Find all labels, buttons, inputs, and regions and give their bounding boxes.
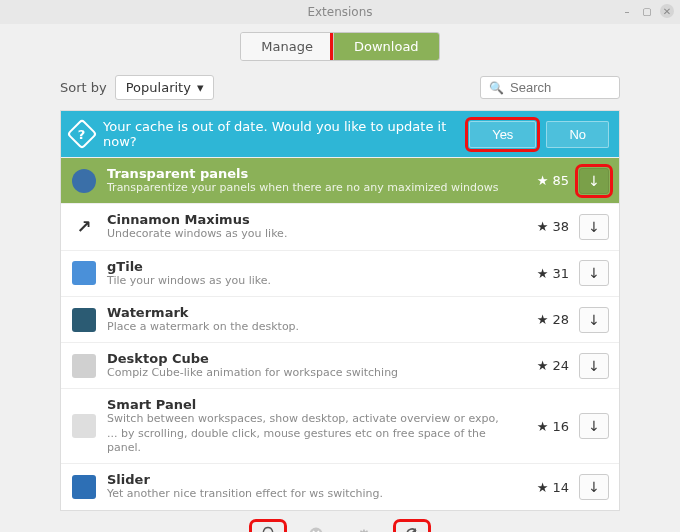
extension-description: Tile your windows as you like. xyxy=(107,274,509,288)
remove-icon xyxy=(308,526,324,532)
download-icon: ↓ xyxy=(588,219,600,235)
refresh-icon xyxy=(404,526,420,532)
star-icon: ★ xyxy=(537,266,549,281)
extension-body: Cinnamon MaximusUndecorate windows as yo… xyxy=(107,212,509,241)
extension-description: Undecorate windows as you like. xyxy=(107,227,509,241)
download-icon: ↓ xyxy=(588,312,600,328)
star-icon: ★ xyxy=(537,219,549,234)
download-icon: ↓ xyxy=(588,358,600,374)
extension-row[interactable]: ↗Cinnamon MaximusUndecorate windows as y… xyxy=(61,203,619,249)
extension-row[interactable]: Transparent panelsTransparentize your pa… xyxy=(61,157,619,203)
settings-button: ⚙ xyxy=(349,523,379,532)
extension-description: Switch between workspaces, show desktop,… xyxy=(107,412,509,455)
extension-panel: ? Your cache is out of date. Would you l… xyxy=(60,110,620,511)
title-bar: Extensions – ▢ ✕ xyxy=(0,0,680,24)
download-button[interactable]: ↓ xyxy=(579,214,609,240)
window-title: Extensions xyxy=(307,5,372,19)
search-box[interactable]: 🔍 xyxy=(480,76,620,99)
notice-text: Your cache is out of date. Would you lik… xyxy=(103,119,459,149)
extension-name: Transparent panels xyxy=(107,166,509,181)
window-controls: – ▢ ✕ xyxy=(620,4,674,18)
star-number: 14 xyxy=(552,480,569,495)
download-icon: ↓ xyxy=(588,265,600,281)
extension-description: Yet another nice transition effect for w… xyxy=(107,487,509,501)
extension-icon xyxy=(71,413,97,439)
star-number: 31 xyxy=(552,266,569,281)
download-button[interactable]: ↓ xyxy=(579,353,609,379)
notice-no-button[interactable]: No xyxy=(546,121,609,148)
extension-icon: ↗ xyxy=(71,214,97,240)
extension-body: gTileTile your windows as you like. xyxy=(107,259,509,288)
lightbulb-icon xyxy=(260,526,276,532)
star-count: ★85 xyxy=(519,173,569,188)
star-count: ★31 xyxy=(519,266,569,281)
download-button[interactable]: ↓ xyxy=(579,413,609,439)
extension-name: Slider xyxy=(107,472,509,487)
star-icon: ★ xyxy=(537,358,549,373)
star-count: ★16 xyxy=(519,419,569,434)
extension-description: Place a watermark on the desktop. xyxy=(107,320,509,334)
star-count: ★28 xyxy=(519,312,569,327)
extension-row[interactable]: gTileTile your windows as you like.★31↓ xyxy=(61,250,619,296)
extension-icon xyxy=(71,474,97,500)
notice-yes-button[interactable]: Yes xyxy=(469,121,536,148)
star-number: 24 xyxy=(552,358,569,373)
extension-row[interactable]: SliderYet another nice transition effect… xyxy=(61,463,619,509)
extension-list: Transparent panelsTransparentize your pa… xyxy=(61,157,619,510)
cache-notice: ? Your cache is out of date. Would you l… xyxy=(61,111,619,157)
extension-row[interactable]: Desktop CubeCompiz Cube-like animation f… xyxy=(61,342,619,388)
extension-row[interactable]: Smart PanelSwitch between workspaces, sh… xyxy=(61,388,619,463)
tab-set: Manage Download xyxy=(240,32,439,61)
hint-button[interactable] xyxy=(253,523,283,532)
tab-area: Manage Download xyxy=(0,24,680,75)
star-number: 85 xyxy=(552,173,569,188)
extension-name: Smart Panel xyxy=(107,397,509,412)
extension-body: SliderYet another nice transition effect… xyxy=(107,472,509,501)
star-icon: ★ xyxy=(537,173,549,188)
star-count: ★14 xyxy=(519,480,569,495)
sort-value: Popularity xyxy=(126,80,191,95)
tab-download[interactable]: Download xyxy=(334,33,439,60)
download-icon: ↓ xyxy=(588,418,600,434)
extension-name: gTile xyxy=(107,259,509,274)
maximize-button[interactable]: ▢ xyxy=(640,4,654,18)
extension-body: Desktop CubeCompiz Cube-like animation f… xyxy=(107,351,509,380)
extension-name: Watermark xyxy=(107,305,509,320)
extension-name: Desktop Cube xyxy=(107,351,509,366)
minimize-button[interactable]: – xyxy=(620,4,634,18)
sort-dropdown[interactable]: Popularity ▾ xyxy=(115,75,215,100)
download-button[interactable]: ↓ xyxy=(579,474,609,500)
star-icon: ★ xyxy=(537,480,549,495)
remove-button xyxy=(301,523,331,532)
refresh-button[interactable] xyxy=(397,523,427,532)
star-icon: ★ xyxy=(537,312,549,327)
star-icon: ★ xyxy=(537,419,549,434)
search-icon: 🔍 xyxy=(489,81,504,95)
extension-icon xyxy=(71,260,97,286)
download-button[interactable]: ↓ xyxy=(579,260,609,286)
download-icon: ↓ xyxy=(588,173,600,189)
chevron-down-icon: ▾ xyxy=(197,80,204,95)
star-count: ★38 xyxy=(519,219,569,234)
gear-icon: ⚙ xyxy=(357,526,371,532)
extension-row[interactable]: WatermarkPlace a watermark on the deskto… xyxy=(61,296,619,342)
extension-description: Compiz Cube-like animation for workspace… xyxy=(107,366,509,380)
extension-name: Cinnamon Maximus xyxy=(107,212,509,227)
sort-label: Sort by xyxy=(60,80,107,95)
search-input[interactable] xyxy=(510,80,611,95)
toolbar: Sort by Popularity ▾ 🔍 xyxy=(0,75,680,110)
extension-description: Transparentize your panels when there ar… xyxy=(107,181,509,195)
download-button[interactable]: ↓ xyxy=(579,168,609,194)
star-number: 38 xyxy=(552,219,569,234)
close-button[interactable]: ✕ xyxy=(660,4,674,18)
star-number: 28 xyxy=(552,312,569,327)
star-number: 16 xyxy=(552,419,569,434)
extension-body: Transparent panelsTransparentize your pa… xyxy=(107,166,509,195)
extension-icon xyxy=(71,353,97,379)
extension-body: WatermarkPlace a watermark on the deskto… xyxy=(107,305,509,334)
download-icon: ↓ xyxy=(588,479,600,495)
tab-manage[interactable]: Manage xyxy=(241,33,334,60)
bottom-bar: ⚙ xyxy=(0,511,680,532)
download-button[interactable]: ↓ xyxy=(579,307,609,333)
star-count: ★24 xyxy=(519,358,569,373)
